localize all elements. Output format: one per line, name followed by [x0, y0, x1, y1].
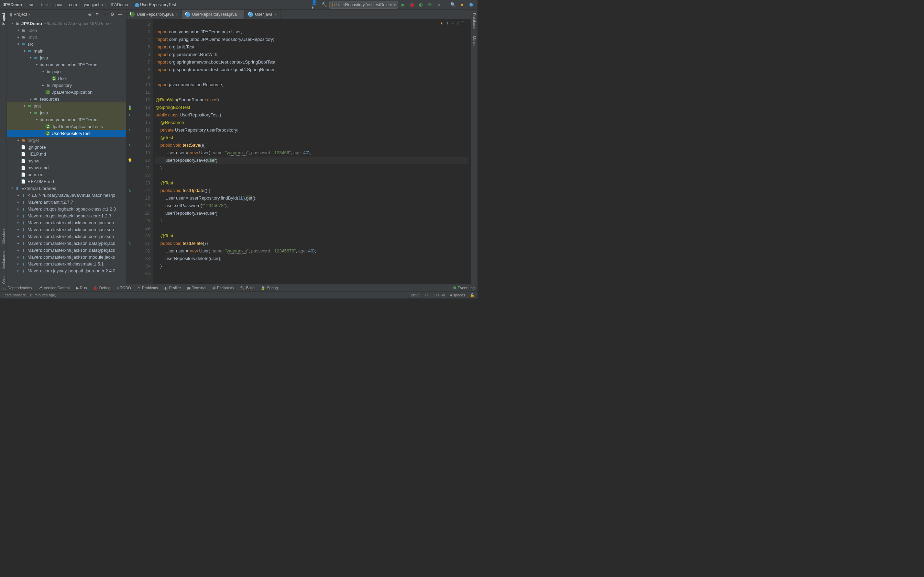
tree-item[interactable]: ▸▮Maven: ch.qos.logback:logback-core:1.2…: [7, 212, 126, 219]
tool-bookmarks[interactable]: Bookmarks: [2, 251, 5, 269]
tree-item[interactable]: ▾🖿test: [7, 102, 126, 109]
search-icon[interactable]: 🔍: [449, 1, 457, 8]
inspections-widget[interactable]: ▲1 ✓2 ˆ ˇ: [440, 21, 467, 25]
settings-icon[interactable]: ⚙: [109, 11, 116, 18]
status-time[interactable]: 20:35: [411, 293, 420, 297]
tool-maven[interactable]: Maven: [472, 36, 477, 47]
breadcrumb-item[interactable]: java: [55, 2, 62, 7]
bottom-tab-version-control[interactable]: ⎇Version Control: [38, 286, 69, 290]
close-tab-icon[interactable]: ×: [176, 12, 178, 16]
ide-update-icon[interactable]: ●: [458, 1, 466, 8]
locate-icon[interactable]: ⊕: [86, 11, 93, 18]
debug-icon[interactable]: 🐞: [409, 1, 416, 8]
tree-item[interactable]: ▸🖿resources: [7, 95, 126, 102]
tree-item[interactable]: ▸▮Maven: com.fasterxml.jackson.datatype:…: [7, 240, 126, 247]
run-config-selector[interactable]: ⟨⟩ UserRepositoryTest.testDelete ▾: [329, 1, 398, 8]
tree-item[interactable]: ▾🖿com.yangjunbo.JPADemo: [7, 116, 126, 123]
breadcrumb-item[interactable]: JPADemo: [110, 2, 128, 7]
bottom-tab-debug[interactable]: 🐞Debug: [93, 286, 110, 290]
tree-item[interactable]: ▾🖿com.yangjunbo.JPADemo: [7, 61, 126, 68]
tree-item[interactable]: ▸▮Maven: com.fasterxml.jackson.datatype:…: [7, 247, 126, 253]
bottom-tab-dependencies[interactable]: ⬚Dependencies: [3, 286, 32, 290]
external-libs[interactable]: ▾▮External Libraries: [7, 185, 126, 192]
tree-item[interactable]: ▾🖿main: [7, 47, 126, 54]
tree-item[interactable]: 📄HELP.md: [7, 150, 126, 157]
breadcrumbs[interactable]: JPADemo〉src〉test〉java〉com〉yangjunbo〉JPAD…: [3, 2, 312, 7]
lock-icon[interactable]: 🔒: [470, 293, 475, 297]
tree-item[interactable]: 📄mvnw.cmd: [7, 164, 126, 171]
close-tab-icon[interactable]: ×: [274, 12, 276, 16]
navigation-bar: JPADemo〉src〉test〉java〉com〉yangjunbo〉JPAD…: [0, 0, 478, 10]
tree-item[interactable]: ▸🖿.mvn: [7, 34, 126, 40]
hide-icon[interactable]: —: [116, 11, 123, 18]
tree-item[interactable]: ▸▮Maven: com.fasterxml.jackson.module:ja…: [7, 253, 126, 260]
breadcrumb-item[interactable]: com: [69, 2, 77, 7]
bottom-tab-run[interactable]: ▶Run: [76, 286, 87, 290]
status-indent[interactable]: 4 spaces: [450, 293, 465, 297]
coverage-icon[interactable]: ◐: [417, 1, 425, 8]
tree-item[interactable]: CUserRepositoryTest: [7, 130, 126, 137]
tree-item[interactable]: ▸▮Maven: com.jayway.jsonpath:json-path:2…: [7, 267, 126, 274]
stop-icon[interactable]: ■: [435, 1, 443, 8]
run-icon[interactable]: ▶: [399, 1, 407, 8]
tree-item[interactable]: ▾🖿java: [7, 54, 126, 61]
editor[interactable]: 🍃↻ ↻ ↻ 💡 ↻ ↻ 234567891011121314151617181…: [126, 19, 471, 284]
shield-icon[interactable]: ⬣: [467, 1, 475, 8]
tabs-menu-icon[interactable]: ⋮: [463, 11, 471, 18]
tool-project[interactable]: Project: [2, 13, 5, 25]
profile-icon[interactable]: ⟳: [426, 1, 434, 8]
bottom-tab-profiler[interactable]: ◐Profiler: [164, 286, 181, 290]
bottom-tab-build[interactable]: 🔨Build: [240, 286, 254, 290]
breadcrumb-item[interactable]: test: [41, 2, 48, 7]
tree-item[interactable]: ▾🖿java: [7, 109, 126, 116]
tool-structure[interactable]: Structure: [2, 228, 5, 244]
tree-root[interactable]: ▾🖿JPADemo ~/kaifa/IdeaWorkspace/JPADemo: [7, 20, 126, 27]
tree-item[interactable]: ▾🖿.idea: [7, 27, 126, 34]
bottom-tab-spring[interactable]: 🍃Spring: [260, 286, 278, 290]
bottom-tab-todo[interactable]: ≡TODO: [116, 286, 131, 290]
tree-item[interactable]: ▸🖿target: [7, 137, 126, 143]
tree-item[interactable]: 📄.gitignore: [7, 143, 126, 150]
tree-item[interactable]: ▸▮< 1.8 > /Library/Java/JavaVirtualMachi…: [7, 192, 126, 198]
breadcrumb-item[interactable]: ⬤ UserRepositoryTest: [135, 2, 176, 7]
tree-item[interactable]: 📄pom.xml: [7, 171, 126, 178]
tree-item[interactable]: ▸▮Maven: com.fasterxml.jackson.core:jack…: [7, 226, 126, 233]
bottom-tool-tabs: ⬚Dependencies⎇Version Control▶Run🐞Debug≡…: [0, 284, 478, 291]
breadcrumb-item[interactable]: src: [29, 2, 34, 7]
hammer-icon[interactable]: 🔨: [320, 1, 328, 8]
collapse-icon[interactable]: ≑: [102, 11, 108, 18]
tree-item[interactable]: CUser: [7, 75, 126, 82]
project-tree[interactable]: ▾🖿JPADemo ~/kaifa/IdeaWorkspace/JPADemo▾…: [7, 19, 126, 284]
tree-item[interactable]: CJpaDemoApplicationTests: [7, 123, 126, 130]
status-line-sep[interactable]: LF: [425, 293, 430, 297]
tree-item[interactable]: CJpaDemoApplication: [7, 89, 126, 95]
editor-tab[interactable]: CUserRepositoryTest.java×: [182, 10, 245, 19]
tree-item[interactable]: 📄mvnw: [7, 157, 126, 164]
breadcrumb-item[interactable]: JPADemo: [3, 2, 22, 7]
status-encoding[interactable]: UTF-8: [435, 293, 445, 297]
user-icon[interactable]: 👤▾: [312, 1, 319, 8]
breadcrumb-item[interactable]: yangjunbo: [84, 2, 103, 7]
chevron-down-icon[interactable]: ˇ: [466, 21, 467, 25]
editor-tab[interactable]: IUserRepository.java×: [126, 10, 182, 19]
expand-icon[interactable]: ≡: [94, 11, 101, 18]
event-log-button[interactable]: Event Log: [457, 286, 475, 290]
editor-tab[interactable]: CUser.java×: [245, 10, 280, 19]
tree-item[interactable]: 📄README.md: [7, 178, 126, 185]
bottom-tab-problems[interactable]: ⚠Problems: [137, 286, 158, 290]
panel-title[interactable]: ▮ Project ▾: [10, 12, 30, 17]
tree-item[interactable]: ▸▮Maven: ch.qos.logback:logback-classic:…: [7, 205, 126, 212]
tree-item[interactable]: ▸▮Maven: com.fasterxml.jackson.core:jack…: [7, 219, 126, 226]
tree-item[interactable]: ▸▮Maven: com.fasterxml:classmate:1.5.1: [7, 260, 126, 267]
tree-item[interactable]: ▸▮Maven: antlr:antlr:2.7.7: [7, 198, 126, 205]
tree-item[interactable]: ▸🖿repository: [7, 82, 126, 89]
tree-item[interactable]: ▾🖿pojo: [7, 68, 126, 75]
chevron-up-icon[interactable]: ˆ: [462, 21, 464, 25]
bottom-tab-endpoints[interactable]: ⇄Endpoints: [212, 286, 234, 290]
tree-item[interactable]: ▾🖿src: [7, 40, 126, 47]
tool-database[interactable]: Database: [472, 13, 477, 29]
bottom-tab-terminal[interactable]: ▣Terminal: [187, 286, 206, 290]
close-tab-icon[interactable]: ×: [239, 12, 241, 16]
tool-web[interactable]: Web: [2, 276, 5, 284]
tree-item[interactable]: ▸▮Maven: com.fasterxml.jackson.core:jack…: [7, 233, 126, 240]
